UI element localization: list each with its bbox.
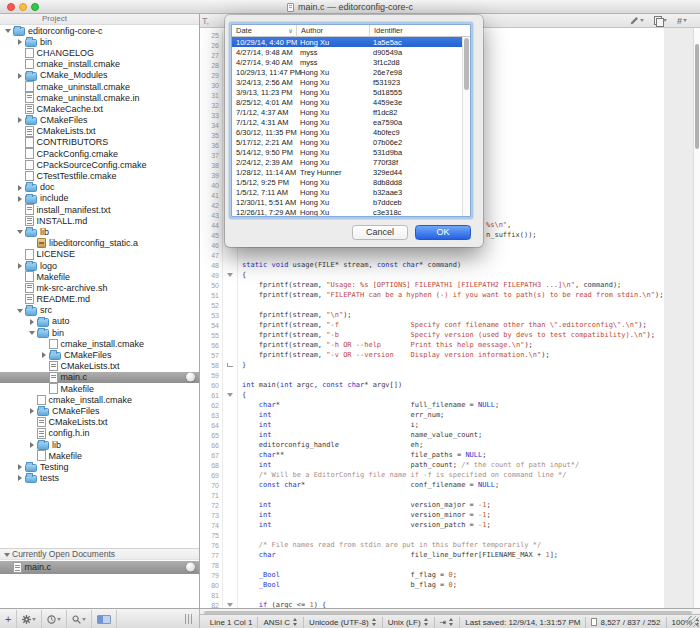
vertical-scrollbar-thumb[interactable] (695, 44, 700, 149)
code-line-77[interactable]: 77 char file_line_buffer[FILENAME_MAX + … (200, 550, 693, 560)
code-line-47[interactable]: 47 (200, 250, 693, 260)
tree-item-main-c[interactable]: main.c (0, 372, 199, 383)
code-line-54[interactable]: 54 fprintf(stream, "-f Specify conf file… (200, 320, 693, 330)
pencil-menu-button[interactable] (627, 16, 647, 25)
tree-item-makefile[interactable]: Makefile (0, 271, 199, 282)
dialog-scrollbar-thumb[interactable] (464, 38, 469, 90)
code-line-74[interactable]: 74 int version_patch = -1; (200, 520, 693, 530)
document-proxy-icon[interactable] (287, 3, 294, 12)
toggle-sidebar-button[interactable] (92, 610, 117, 628)
tree-item-license[interactable]: LICENSE (0, 249, 199, 260)
history-row-c3e318c[interactable]: 12/26/11, 7:29 AMHong Xuc3e318c (232, 208, 470, 217)
ok-button[interactable]: OK (415, 225, 471, 240)
dialog-scrollbar[interactable] (462, 37, 470, 216)
code-line-59[interactable]: 59 (200, 370, 693, 380)
disclosure-closed-icon[interactable] (28, 316, 37, 327)
item-badge[interactable] (186, 373, 195, 382)
disclosure-closed-icon[interactable] (16, 70, 25, 81)
actions-menu-button[interactable] (17, 610, 42, 628)
tree-item-mk-src-archive-sh[interactable]: mk-src-archive.sh (0, 282, 199, 293)
tree-item-src[interactable]: src (0, 305, 199, 316)
tree-item-cmake-install-cmake[interactable]: cmake_install.cmake (0, 394, 199, 405)
fold-end-marker[interactable] (222, 360, 238, 370)
code-line-79[interactable]: 79 _Bool f_flag = 0; (200, 570, 693, 580)
tree-item-cmakelists-txt[interactable]: CMakeLists.txt (0, 361, 199, 372)
tree-item-cmakelists-txt[interactable]: CMakeLists.txt (0, 417, 199, 428)
tree-item-makefile[interactable]: Makefile (0, 450, 199, 461)
tree-item-editorconfig-core-c[interactable]: editorconfig-core-c (0, 25, 199, 36)
tree-item-bin[interactable]: bin (0, 327, 199, 338)
window-resize-grip[interactable] (688, 616, 699, 627)
code-line-62[interactable]: 62 char* full_filename = NULL; (200, 400, 693, 410)
code-line-50[interactable]: 50 fprintf(stream, "Usage: %s [OPTIONS] … (200, 280, 693, 290)
code-line-58[interactable]: 58} (200, 360, 693, 370)
tree-item-contributors[interactable]: CONTRIBUTORS (0, 137, 199, 148)
disclosure-closed-icon[interactable] (16, 115, 25, 126)
history-row-07b06e2[interactable]: 5/17/12, 2:21 AMHong Xu07b06e2 (232, 137, 470, 147)
history-row-8db8dd8[interactable]: 1/5/12, 9:25 PMHong Xu8db8dd8 (232, 178, 470, 188)
history-row-b32aae3[interactable]: 1/5/12, 7:11 AMHong Xub32aae3 (232, 188, 470, 198)
tree-item-cmake-install-cmake[interactable]: cmake_install.cmake (0, 59, 199, 70)
open-documents-header[interactable]: Currently Open Documents (0, 548, 199, 560)
code-line-63[interactable]: 63 int err_num; (200, 410, 693, 420)
tree-item-tests[interactable]: tests (0, 473, 199, 484)
disclosure-closed-icon[interactable] (40, 350, 49, 361)
fold-open-marker[interactable] (222, 390, 238, 400)
tree-item-bin[interactable]: bin (0, 36, 199, 47)
disclosure-closed-icon[interactable] (28, 405, 37, 416)
search-menu-button[interactable] (67, 610, 92, 628)
code-line-67[interactable]: 67 char** file_paths = NULL; (200, 450, 693, 460)
tree-item-logo[interactable]: logo (0, 260, 199, 271)
fold-open-marker[interactable] (222, 600, 238, 608)
code-line-65[interactable]: 65 int name_value_count; (200, 430, 693, 440)
history-row-1a5e5ac[interactable]: 10/29/14, 4:40 PMHong Xu1a5e5ac (232, 37, 470, 47)
code-line-81[interactable]: 81 (200, 590, 693, 600)
tree-item-libeditorconfig-static-a[interactable]: libeditorconfig_static.a (0, 238, 199, 249)
history-row-5d18555[interactable]: 3/9/13, 11:23 PMHong Xu5d18555 (232, 87, 470, 97)
tree-item-testing[interactable]: Testing (0, 461, 199, 472)
sidebar-resize-grip[interactable] (185, 614, 193, 624)
disclosure-open-icon[interactable] (4, 25, 13, 36)
tree-item-cmake-uninstall-cmake[interactable]: cmake_uninstall.cmake (0, 81, 199, 92)
disclosure-open-icon[interactable] (3, 549, 12, 560)
tree-item-install-md[interactable]: INSTALL.md (0, 215, 199, 226)
code-line-49[interactable]: 49{ (200, 270, 693, 280)
column-header-identifier[interactable]: Identifier (369, 25, 470, 36)
tree-item-cmake-uninstall-cmake-in[interactable]: cmake_uninstall.cmake.in (0, 92, 199, 103)
language-popup[interactable]: ANSI C (263, 618, 298, 627)
tree-item-makefile[interactable]: Makefile (0, 383, 199, 394)
disclosure-closed-icon[interactable] (16, 36, 25, 47)
code-line-53[interactable]: 53 fprintf(stream, "\n"); (200, 310, 693, 320)
code-line-61[interactable]: 61{ (200, 390, 693, 400)
tab-settings-popup[interactable]: ⇥ (440, 618, 455, 627)
tree-item-cmakefiles[interactable]: CMakeFiles (0, 115, 199, 126)
history-row-770f38f[interactable]: 2/24/12, 2:39 AMHong Xu770f38f (232, 158, 470, 168)
line-ending-popup[interactable]: Unix (LF) (388, 618, 429, 627)
tree-item-changelog[interactable]: CHANGELOG (0, 47, 199, 58)
tree-item-doc[interactable]: doc (0, 182, 199, 193)
column-header-author[interactable]: Author (296, 25, 369, 36)
add-button[interactable]: + (0, 610, 17, 628)
disclosure-open-icon[interactable] (16, 305, 25, 316)
tree-item-lib[interactable]: lib (0, 226, 199, 237)
code-line-72[interactable]: 72 int version_major = -1; (200, 500, 693, 510)
code-line-75[interactable]: 75 (200, 530, 693, 540)
encoding-popup[interactable]: Unicode (UTF-8) (309, 618, 377, 627)
disclosure-closed-icon[interactable] (16, 461, 25, 472)
tree-item-main-c[interactable]: main.c (0, 561, 199, 574)
history-table[interactable]: Date ∨ Author Identifier 10/29/14, 4:40 … (231, 24, 471, 217)
disclosure-open-icon[interactable] (28, 327, 37, 338)
tree-item-cmakelists-txt[interactable]: CMakeLists.txt (0, 126, 199, 137)
code-line-56[interactable]: 56 fprintf(stream, "-h OR --help Print t… (200, 340, 693, 350)
symbols-menu-button[interactable]: # (674, 16, 690, 26)
column-header-date[interactable]: Date ∨ (232, 25, 296, 36)
disclosure-closed-icon[interactable] (16, 260, 25, 271)
recent-menu-button[interactable] (42, 610, 67, 628)
code-line-68[interactable]: 68 int path_count; /* the count of path … (200, 460, 693, 470)
history-row-329ed44[interactable]: 1/28/12, 11:14 AMTrey Hunner329ed44 (232, 168, 470, 178)
code-line-51[interactable]: 51 fprintf(stream, "FILEPATH can be a hy… (200, 290, 693, 300)
documents-menu-button[interactable] (651, 16, 670, 25)
item-badge[interactable] (186, 563, 195, 572)
tree-item-cpacksourceconfig-cmake[interactable]: CPackSourceConfig.cmake (0, 159, 199, 170)
code-line-82[interactable]: 82 if (argc <= 1) { (200, 600, 693, 608)
